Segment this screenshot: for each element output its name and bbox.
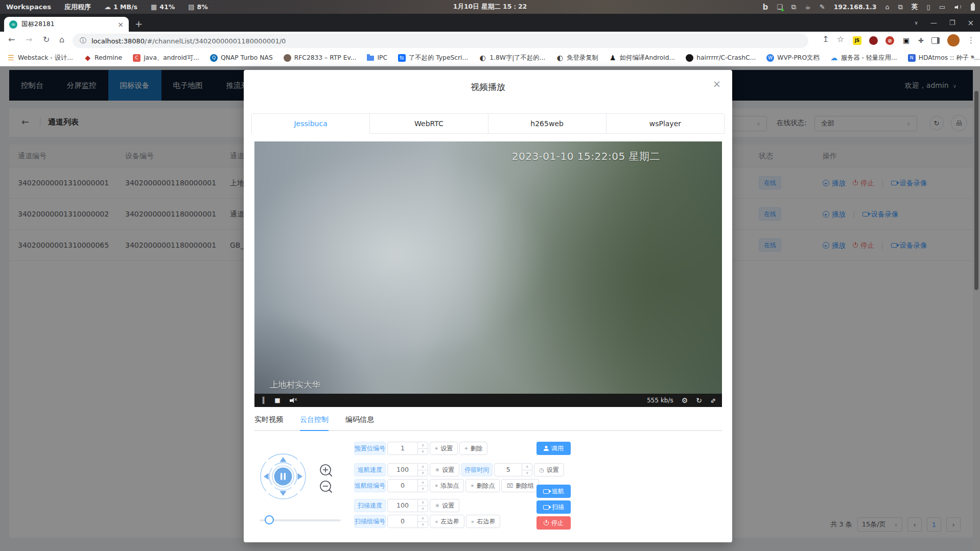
tab-close-icon[interactable]: ×	[118, 20, 124, 29]
bookmark-item[interactable]: ◐ 1.8W字|了不起的...	[479, 54, 545, 62]
bookmark-item[interactable]: RFC2833 – RTP Ev...	[284, 54, 357, 62]
delete-group-button[interactable]: ⌧删除组	[501, 479, 539, 492]
window-maximize-button[interactable]: ❐	[949, 19, 955, 27]
stay-time-set-button[interactable]: ◷设置	[534, 463, 564, 476]
right-boundary-button[interactable]: »右边界	[466, 515, 501, 528]
add-point-button[interactable]: ⌖添加点	[430, 479, 464, 492]
detail-tab[interactable]: 云台控制	[300, 415, 329, 431]
detail-tab[interactable]: 实时视频	[254, 415, 283, 431]
extension-js-icon[interactable]: JS	[853, 36, 861, 45]
cruise-speed-set-button[interactable]: ✳设置	[430, 463, 459, 476]
preset-delete-button[interactable]: ⌖删除	[459, 442, 487, 455]
number-spinner[interactable]: ∧∨	[522, 464, 532, 476]
number-spinner[interactable]: ∧∨	[417, 515, 428, 528]
reload-icon[interactable]: ↻	[43, 35, 50, 44]
profile-avatar[interactable]	[947, 34, 960, 46]
extensions-puzzle-icon[interactable]: ✚	[918, 37, 924, 44]
extension-icon[interactable]	[869, 36, 878, 45]
bookmark-item[interactable]: ◐ 免登录复制	[556, 54, 598, 62]
clipboard-icon[interactable]: ⧉	[791, 3, 796, 11]
player-tab[interactable]: Jessibuca	[252, 114, 370, 134]
input-method-indicator[interactable]: 英	[912, 3, 918, 11]
home-button-icon[interactable]: ⌂	[59, 35, 64, 44]
settings-shutter-icon[interactable]: ⚙	[682, 396, 688, 404]
detail-tab[interactable]: 编码信息	[345, 415, 374, 431]
bookmark-item[interactable]: W WVP-PRO文档	[766, 54, 819, 62]
back-icon[interactable]: ←	[8, 35, 15, 44]
player-tab[interactable]: WebRTC	[370, 114, 488, 134]
bookmark-star-icon[interactable]: ☆	[837, 34, 844, 44]
ptz-call-button[interactable]: 调用	[536, 442, 571, 455]
bookmark-item[interactable]: ☰ Webstack - 设计...	[7, 54, 73, 62]
browser-menu-icon[interactable]: ⋮	[967, 36, 975, 45]
tool-icon[interactable]: ✎	[820, 3, 825, 11]
fullscreen-icon[interactable]: ⇔	[708, 396, 717, 405]
ptz-speed-slider-handle[interactable]	[265, 515, 274, 524]
caffeine-icon[interactable]: ☕	[805, 3, 811, 11]
applications-menu[interactable]: 应用程序	[64, 3, 91, 12]
share-icon[interactable]: ↥	[822, 34, 829, 44]
number-spinner[interactable]: ∧∨	[417, 464, 428, 476]
number-spinner[interactable]: ∧∨	[417, 480, 428, 492]
ptz-cruise-button[interactable]: 巡航	[536, 485, 571, 498]
app-status-icon[interactable]: ❏	[777, 3, 783, 11]
extension-icon[interactable]: ⊘	[885, 36, 894, 45]
cruise-group-input[interactable]: 0∧∨	[387, 479, 428, 492]
ptz-stop-button[interactable]: 停止	[536, 516, 571, 530]
scan-speed-input[interactable]: 100∧∨	[387, 499, 428, 512]
phonelink-icon[interactable]: ▯	[927, 3, 930, 11]
preset-set-button[interactable]: ⌖设置	[430, 442, 458, 455]
bookmark-item[interactable]: hairrrrr/C-CrashC...	[686, 54, 756, 62]
address-bar[interactable]: ⓘ localhost:38080/#/channelList/34020000…	[73, 34, 808, 48]
volume-icon[interactable]: )	[955, 5, 962, 10]
number-spinner[interactable]: ∧∨	[417, 442, 428, 454]
bookmark-item[interactable]: ◆ Redmine	[84, 54, 122, 62]
scan-group-input[interactable]: 0∧∨	[387, 515, 428, 528]
bookmark-item[interactable]: Q QNAP Turbo NAS	[210, 54, 273, 62]
window-close-button[interactable]: ×	[967, 18, 974, 28]
dialog-close-icon[interactable]: ×	[713, 78, 721, 89]
extension-icon[interactable]: ▣	[902, 36, 911, 45]
cruise-speed-input[interactable]: 100∧∨	[387, 463, 428, 476]
ptz-scan-button[interactable]: 扫描	[536, 500, 571, 514]
bookmark-favicon-icon	[686, 54, 693, 62]
bing-tray-icon[interactable]: b	[762, 3, 768, 12]
bookmark-item[interactable]: C java、android可...	[133, 54, 199, 62]
pause-button[interactable]: ║	[262, 397, 265, 404]
left-boundary-button[interactable]: «左边界	[430, 515, 464, 528]
side-panel-icon[interactable]	[931, 37, 940, 44]
workspaces-button[interactable]: Workspaces	[6, 3, 51, 11]
number-spinner[interactable]: ∧∨	[417, 499, 428, 512]
window-minimize-button[interactable]: —	[930, 19, 937, 27]
site-info-icon[interactable]: ⓘ	[80, 36, 86, 45]
bookmark-item[interactable]: ♟ 如何编译Android...	[609, 54, 675, 62]
stay-time-input[interactable]: 5∧∨	[494, 463, 532, 476]
player-tab[interactable]: wsPlayer	[606, 114, 724, 134]
bookmarks-overflow-icon[interactable]: »	[971, 53, 975, 61]
forward-icon[interactable]: →	[26, 35, 32, 44]
zoom-in-button[interactable]	[319, 464, 333, 477]
ptz-joystick[interactable]	[260, 453, 307, 500]
player-tab[interactable]: h265web	[488, 114, 606, 134]
scan-speed-set-button[interactable]: ✳设置	[430, 499, 459, 512]
video-player[interactable]: 2023-01-10 15:22:05 星期二 上地村实大华 ║ ■ × 555…	[254, 141, 722, 407]
windows-icon[interactable]: ⧉	[898, 3, 903, 11]
stop-button[interactable]: ■	[274, 397, 280, 404]
double-left-chevron-icon: «	[435, 518, 438, 525]
delete-point-button[interactable]: ⌖删除点	[465, 479, 500, 492]
ip-address: 192.168.1.3	[834, 3, 877, 11]
new-tab-button[interactable]: +	[135, 18, 143, 30]
home-icon[interactable]: ⌂	[885, 3, 889, 11]
bookmark-item[interactable]: 知 了不起的 TypeScri...	[398, 54, 468, 62]
screen: Workspaces 应用程序 ☁1 MB/s ▦41% ▤8% 1月10日 星…	[0, 0, 980, 551]
zoom-out-button[interactable]	[319, 480, 333, 494]
bookmark-item[interactable]: IPC	[367, 54, 387, 61]
bookmark-item[interactable]: N HDAtmos :: 种子 *...	[908, 54, 980, 62]
mute-button[interactable]: ×	[290, 397, 298, 403]
preset-number-input[interactable]: 1∧∨	[387, 442, 428, 455]
tab-search-icon[interactable]: ∨	[914, 20, 918, 26]
display-icon[interactable]: ▭	[939, 3, 945, 11]
reload-stream-icon[interactable]: ↻	[696, 396, 702, 404]
browser-tab[interactable]: ∞ 国标28181 ×	[4, 17, 129, 32]
bookmark-item[interactable]: ☁ 服务器 - 轻量应用...	[830, 54, 897, 62]
